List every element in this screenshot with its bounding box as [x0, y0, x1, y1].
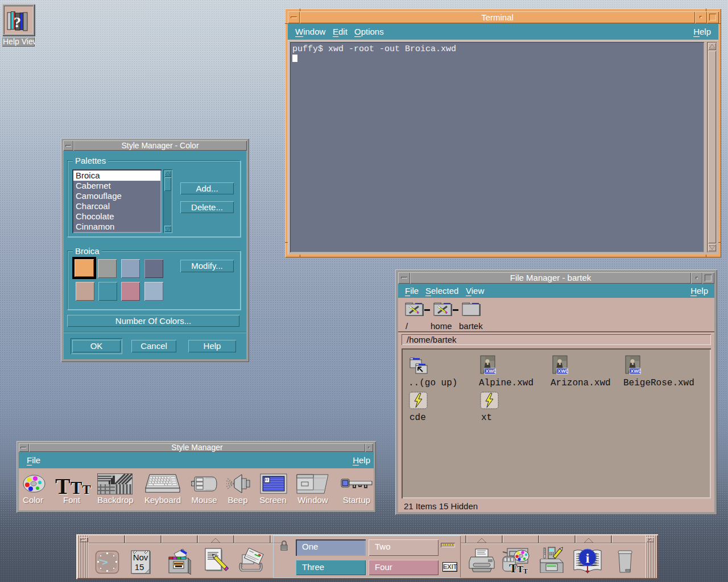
- svg-text:15: 15: [135, 562, 144, 572]
- svg-text:T: T: [509, 561, 518, 573]
- svg-text:i: i: [586, 551, 590, 566]
- svg-text:XWD: XWD: [558, 368, 569, 374]
- svg-text:Nov: Nov: [133, 552, 148, 562]
- svg-text:XWD: XWD: [486, 368, 497, 374]
- svg-text:T: T: [523, 567, 528, 573]
- svg-text:?: ?: [14, 14, 21, 31]
- svg-text:XWD: XWD: [631, 368, 642, 374]
